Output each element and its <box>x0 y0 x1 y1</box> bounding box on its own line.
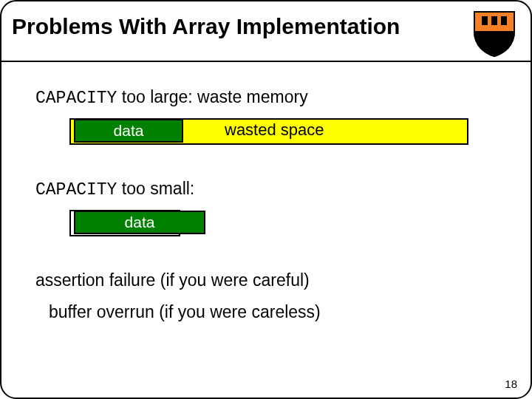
svg-rect-1 <box>491 16 497 25</box>
array-diagram-large: data wasted space <box>69 118 468 145</box>
buffer-overrun-line: buffer overrun (if you were careless) <box>49 302 502 322</box>
array-data-box-2: data <box>74 211 205 234</box>
array-data-box-1: data <box>74 119 183 143</box>
capacity-small-text: too small: <box>117 179 194 198</box>
svg-rect-0 <box>482 16 488 25</box>
array-diagram-small: data <box>69 210 210 238</box>
title-row: Problems With Array Implementation <box>1 1 531 58</box>
capacity-code-1: CAPACITY <box>35 89 117 108</box>
slide-title: Problems With Array Implementation <box>12 9 471 40</box>
title-divider <box>1 61 531 62</box>
assertion-failure-line: assertion failure (if you were careful) <box>35 270 502 290</box>
princeton-crest-icon <box>471 9 517 58</box>
wasted-space-label: wasted space <box>225 120 324 140</box>
capacity-large-line: CAPACITY too large: waste memory <box>35 87 502 108</box>
slide-body: CAPACITY too large: waste memory data wa… <box>1 74 531 398</box>
capacity-code-2: CAPACITY <box>35 180 117 200</box>
page-number: 18 <box>505 378 517 390</box>
capacity-small-line: CAPACITY too small: <box>35 179 502 200</box>
slide-frame: Problems With Array Implementation CAPAC… <box>0 0 532 399</box>
capacity-large-text: too large: waste memory <box>117 87 307 106</box>
svg-rect-2 <box>501 16 507 25</box>
